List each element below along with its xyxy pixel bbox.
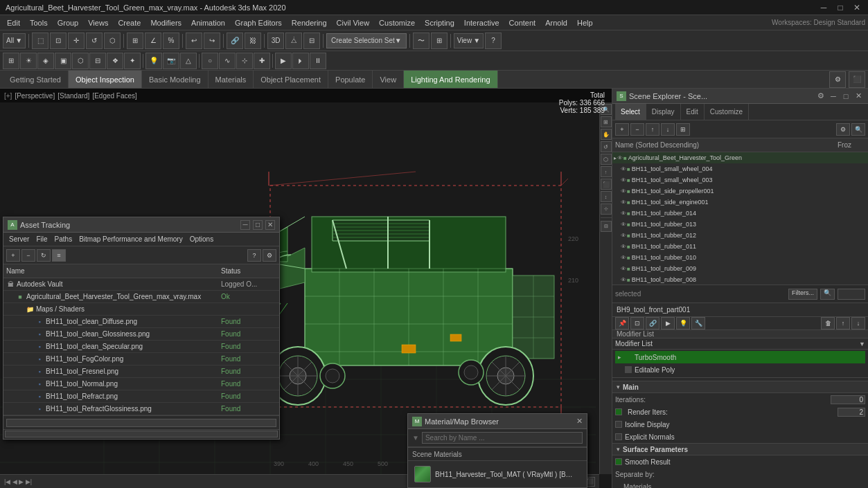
viewport-header[interactable]: [+] [Perspective] [Standard] [Edged Face… xyxy=(0,89,612,102)
mod-motion-btn[interactable]: ▶ xyxy=(661,317,675,329)
asset-row-fresnel[interactable]: ▪ BH11_tool_Fresnel.png Found xyxy=(3,365,279,378)
angle-snap-btn[interactable]: ∠ xyxy=(145,33,161,49)
unlink-btn[interactable]: ⛓ xyxy=(245,33,261,49)
3d-snap-btn[interactable]: 3D xyxy=(267,33,284,49)
vp-pan2-btn[interactable]: ↕ xyxy=(601,191,612,202)
close-btn[interactable]: ✕ xyxy=(851,2,862,13)
move-btn[interactable]: ✛ xyxy=(68,33,85,49)
menu-tools[interactable]: Tools xyxy=(26,17,52,28)
mod-select-btn[interactable]: ⊡ xyxy=(630,317,644,329)
scale-btn[interactable]: ⬡ xyxy=(104,33,121,49)
tb2-shape-btn[interactable]: ○ xyxy=(202,53,218,69)
tab-expand-btn[interactable]: ⬛ xyxy=(849,71,865,88)
asset-row-diffuse[interactable]: ▪ BH11_tool_clean_Diffuse.png Found xyxy=(3,316,279,328)
vp-orbit-btn[interactable]: ↺ xyxy=(601,141,612,152)
material-item-1[interactable]: BH11_Harvester_Tool_MAT ( VRayMtl ) [BH1… xyxy=(411,464,577,485)
select-filter-dropdown[interactable]: All ▼ xyxy=(3,33,26,48)
asset-row-specular[interactable]: ▪ BH11_tool_clean_Specular.png Found xyxy=(3,341,279,353)
tb2-btn6[interactable]: ⊟ xyxy=(89,53,106,69)
surface-params-section[interactable]: ▾ Surface Parameters xyxy=(612,443,868,455)
asset-tracking-minimize-btn[interactable]: ─ xyxy=(240,220,250,230)
asset-tracking-restore-btn[interactable]: □ xyxy=(253,220,263,230)
asset-menu-file[interactable]: File xyxy=(33,235,50,243)
tb2-cam-btn[interactable]: 📷 xyxy=(163,53,179,69)
asset-scroll-bar[interactable] xyxy=(5,431,278,437)
vp-pan-btn[interactable]: ✋ xyxy=(601,129,612,140)
iterations-input[interactable] xyxy=(831,395,865,404)
menu-edit[interactable]: Edit xyxy=(3,17,24,28)
snap-toggle-btn[interactable]: ⊞ xyxy=(127,33,143,49)
asset-tb-remove-btn[interactable]: − xyxy=(21,249,35,262)
mod-utility-btn[interactable]: 🔧 xyxy=(691,317,705,329)
asset-row-file[interactable]: ■ Agricultural_Beet_Harvester_Tool_Green… xyxy=(3,291,279,303)
asset-row-refractgloss[interactable]: ▪ BH11_tool_RefractGlossiness.png Found xyxy=(3,403,279,415)
tb2-btn7[interactable]: ❖ xyxy=(107,53,123,69)
material-browser-close-btn[interactable]: ✕ xyxy=(576,417,583,426)
se-item-9[interactable]: 👁■BH11_tool_rubber_009 xyxy=(612,263,868,274)
menu-civil-view[interactable]: Civil View xyxy=(333,17,373,28)
tb2-helper-btn[interactable]: ✚ xyxy=(254,53,270,69)
tb2-btn8[interactable]: ✦ xyxy=(124,53,141,69)
se-maximize-btn[interactable]: □ xyxy=(840,91,851,102)
mod-hierarchy-btn[interactable]: 🔗 xyxy=(646,317,659,329)
se-item-2[interactable]: 👁■BH11_tool_side_propeller001 xyxy=(612,186,868,197)
asset-tb-add-btn[interactable]: + xyxy=(6,249,20,262)
tab-object-placement[interactable]: Object Placement xyxy=(254,71,328,88)
curve-editor-btn[interactable]: 〜 xyxy=(413,33,429,49)
menu-animation[interactable]: Animation xyxy=(187,17,229,28)
mod-delete-btn[interactable]: 🗑 xyxy=(821,317,835,329)
align-btn[interactable]: ⊟ xyxy=(303,33,320,49)
link-btn[interactable]: 🔗 xyxy=(227,33,243,49)
se-close-btn[interactable]: ✕ xyxy=(853,91,864,102)
se-tab-display[interactable]: Display xyxy=(646,104,681,120)
se-move-down-btn[interactable]: ↓ xyxy=(661,123,675,136)
rotate-btn[interactable]: ↺ xyxy=(86,33,103,49)
tb2-geom-btn[interactable]: △ xyxy=(180,53,197,69)
menu-modifiers[interactable]: Modifiers xyxy=(146,17,186,28)
menu-content[interactable]: Content xyxy=(505,17,540,28)
menu-rendering[interactable]: Rendering xyxy=(287,17,331,28)
maximize-btn[interactable]: □ xyxy=(835,2,846,13)
se-search-icon-btn[interactable]: 🔍 xyxy=(820,289,835,300)
explicit-normals-checkbox[interactable] xyxy=(615,433,622,440)
asset-menu-options[interactable]: Options xyxy=(187,235,216,243)
mod-down-btn[interactable]: ↓ xyxy=(851,317,865,329)
se-add-btn[interactable]: + xyxy=(615,123,629,136)
vp-nav-extra1[interactable]: ⊟ xyxy=(601,221,612,232)
menu-interactive[interactable]: Interactive xyxy=(460,17,504,28)
create-selection-btn[interactable]: Create Selection Set ▼ xyxy=(326,33,407,48)
smooth-result-checkbox[interactable] xyxy=(615,458,622,465)
material-search-input[interactable] xyxy=(422,432,583,444)
schematic-view-btn[interactable]: ⊞ xyxy=(431,33,448,49)
asset-tb-settings-btn[interactable]: ⚙ xyxy=(263,249,276,262)
asset-row-fogcolor[interactable]: ▪ BH11_tool_FogColor.png Found xyxy=(3,353,279,365)
se-item-10[interactable]: 👁■BH11_tool_rubber_008 xyxy=(612,274,868,284)
se-move-up-btn[interactable]: ↑ xyxy=(646,123,659,136)
tb2-render2-btn[interactable]: ⏵ xyxy=(292,53,309,69)
se-item-1[interactable]: 👁■BH11_tool_small_wheel_003 xyxy=(612,174,868,186)
vp-plus-icon[interactable]: [+] xyxy=(4,92,12,100)
se-item-8[interactable]: 👁■BH11_tool_rubber_010 xyxy=(612,252,868,263)
asset-menu-server[interactable]: Server xyxy=(6,235,32,243)
render-iters-input[interactable] xyxy=(838,408,865,417)
asset-row-normal[interactable]: ▪ BH11_tool_Normal.png Found xyxy=(3,378,279,390)
se-filters-btn[interactable]: Filters... xyxy=(788,289,817,300)
vp-zoom-all-btn[interactable]: ⊞ xyxy=(601,116,612,127)
se-tab-customize[interactable]: Customize xyxy=(705,104,749,120)
select-object-btn[interactable]: ⬚ xyxy=(32,33,48,49)
menu-views[interactable]: Views xyxy=(84,17,112,28)
se-search-field[interactable] xyxy=(838,289,865,300)
vp-walk-btn[interactable]: ↑ xyxy=(601,166,612,177)
mirror-btn[interactable]: ⧊ xyxy=(285,33,302,49)
vp-field-btn[interactable]: ⬡ xyxy=(601,154,612,165)
percent-snap-btn[interactable]: % xyxy=(163,33,179,49)
menu-group[interactable]: Group xyxy=(53,17,83,28)
view-dropdown[interactable]: View ▼ xyxy=(454,33,484,48)
viewport[interactable]: [+] [Perspective] [Standard] [Edged Face… xyxy=(0,89,612,488)
tb2-btn1[interactable]: ⊞ xyxy=(3,53,19,69)
se-minimize-btn[interactable]: ─ xyxy=(828,91,839,102)
asset-row-refract[interactable]: ▪ BH11_tool_Refract.png Found xyxy=(3,390,279,403)
asset-menu-bitmap[interactable]: Bitmap Performance and Memory xyxy=(76,235,186,243)
menu-help[interactable]: Help xyxy=(573,17,597,28)
tb2-btn3[interactable]: ◈ xyxy=(37,53,54,69)
